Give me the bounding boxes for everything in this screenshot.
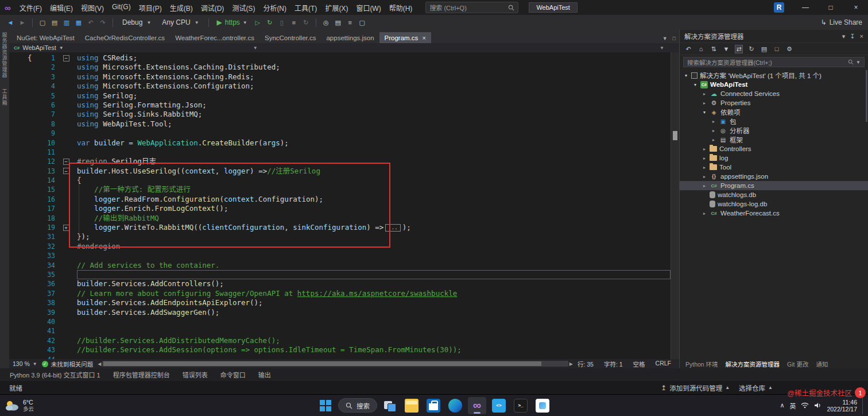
- restart-icon[interactable]: ↻: [301, 17, 311, 28]
- properties-icon[interactable]: ⚙: [785, 45, 793, 53]
- show-desktop-button[interactable]: [862, 397, 865, 414]
- collapse-region-icon[interactable]: −: [63, 159, 69, 165]
- tree-item-watchlogs-db[interactable]: ▸watchlogs.db: [680, 190, 868, 199]
- menu-item[interactable]: 工具(T): [290, 1, 321, 14]
- expand-icon[interactable]: ▸: [711, 119, 716, 124]
- taskbar-app-photos[interactable]: [533, 397, 552, 414]
- tree-item-frameworks[interactable]: ▸▤框架: [680, 135, 868, 144]
- expand-region-icon[interactable]: +: [63, 225, 69, 231]
- taskbar-app-edge[interactable]: [446, 397, 464, 414]
- open-file-icon[interactable]: ▤: [50, 17, 59, 28]
- code-line[interactable]: 16 logger.ReadFrom.Configuration(context…: [9, 195, 679, 204]
- tree-item-tool[interactable]: ▸Tool: [680, 163, 868, 172]
- menu-item[interactable]: Git(G): [108, 1, 135, 14]
- code-line[interactable]: 2using Microsoft.Extensions.Caching.Dist…: [9, 63, 679, 72]
- code-line[interactable]: 42//builder.Services.AddDistributedMemor…: [9, 336, 679, 345]
- scroll-left-icon[interactable]: ◀: [98, 361, 101, 367]
- code-line[interactable]: 31});: [9, 232, 679, 241]
- chevron-down-icon[interactable]: ▼: [856, 60, 861, 65]
- bookmark-icon[interactable]: ▢: [358, 17, 367, 28]
- taskbar-app-task-view[interactable]: [381, 397, 399, 414]
- tree-item-project-webapitest[interactable]: ▾C#WebApiTest: [680, 80, 868, 89]
- scrollbar-thumb[interactable]: [673, 131, 677, 140]
- taskbar-app-store[interactable]: [424, 397, 443, 414]
- new-project-icon[interactable]: ▢: [38, 17, 47, 28]
- ime-indicator[interactable]: 英: [789, 401, 796, 410]
- close-button[interactable]: ×: [844, 0, 868, 15]
- project-dropdown[interactable]: WebApiTest: [22, 44, 56, 51]
- collapse-all-icon[interactable]: ▤: [760, 45, 768, 53]
- type-dropdown[interactable]: ▼: [253, 45, 258, 51]
- expand-icon[interactable]: ▸: [711, 137, 716, 142]
- horizontal-scrollbar[interactable]: ◀ ▶: [98, 361, 573, 367]
- menu-item[interactable]: 生成(B): [166, 1, 197, 14]
- zoom-level-dropdown[interactable]: 130 % ▼: [13, 360, 37, 367]
- sidebar-tab[interactable]: 通知: [816, 360, 828, 368]
- tree-item-controllers[interactable]: ▸Controllers: [680, 144, 868, 153]
- code-line[interactable]: 37// Learn more about configuring Swagge…: [9, 289, 679, 298]
- r-extension-icon[interactable]: R: [774, 2, 784, 13]
- menu-item[interactable]: 测试(S): [228, 1, 259, 14]
- sidebar-tab[interactable]: Python 环境: [685, 360, 718, 368]
- tree-item-appsettings-json[interactable]: ▸{}appsettings.json: [680, 172, 868, 181]
- indent-mode-indicator[interactable]: 空格: [633, 360, 645, 368]
- code-line[interactable]: 34// Add services to the container.: [9, 261, 679, 270]
- code-line[interactable]: 11: [9, 148, 679, 157]
- break-all-icon[interactable]: ▯: [277, 17, 286, 28]
- code-line[interactable]: 14{: [9, 176, 679, 185]
- expand-icon[interactable]: ▸: [702, 165, 707, 170]
- scroll-right-icon[interactable]: ▶: [569, 361, 573, 367]
- side-panel-tab[interactable]: 工具箱: [1, 88, 9, 106]
- code-line[interactable]: 43//builder.Services.AddSession(options …: [9, 345, 679, 355]
- start-without-debugging-icon[interactable]: ▷: [253, 17, 262, 28]
- volume-icon[interactable]: [814, 402, 822, 409]
- taskbar-app-visual-studio[interactable]: ∞: [468, 397, 486, 414]
- navigate-back-icon[interactable]: ◄: [6, 17, 15, 28]
- code-line[interactable]: 6using Serilog.Formatting.Json;: [9, 101, 679, 110]
- maximize-button[interactable]: □: [819, 0, 843, 15]
- back-icon[interactable]: ↶: [684, 45, 692, 53]
- window-position-icon[interactable]: ▾: [842, 33, 846, 40]
- float-window-icon[interactable]: □: [673, 36, 676, 41]
- expand-icon[interactable]: ▸: [702, 156, 707, 161]
- editor-tab[interactable]: Program.cs×: [379, 32, 431, 43]
- taskbar-app-terminal[interactable]: >_: [512, 397, 530, 414]
- menu-item[interactable]: 视图(V): [77, 1, 108, 14]
- code-line[interactable]: 7using Serilog.Sinks.RabbitMQ;: [9, 110, 679, 119]
- feedback-solution-badge[interactable]: WebApiTest: [529, 2, 578, 13]
- undo-icon[interactable]: ↶: [86, 17, 95, 28]
- code-line[interactable]: 39builder.Services.AddSwaggerGen();: [9, 308, 679, 317]
- code-editor[interactable]: { 1−using CSRedis;2using Microsoft.Exten…: [9, 52, 679, 359]
- editor-tab[interactable]: CacheOrRedisController.cs: [80, 32, 170, 43]
- show-all-files-icon[interactable]: □: [773, 45, 781, 52]
- tree-item-packages[interactable]: ▸▣包: [680, 117, 868, 126]
- wifi-icon[interactable]: [801, 402, 809, 409]
- menu-item[interactable]: 窗口(W): [352, 1, 385, 14]
- select-repository-button[interactable]: 选择仓库 ▲: [739, 383, 773, 392]
- live-share-button[interactable]: ↳ Live Share: [821, 18, 862, 26]
- menu-item[interactable]: 文件(F): [16, 1, 46, 14]
- pin-icon[interactable]: ↧: [850, 33, 855, 40]
- refresh-icon[interactable]: ↻: [747, 45, 755, 53]
- switch-views-icon[interactable]: ⇅: [710, 45, 718, 53]
- code-line[interactable]: 18 //输出到RabbitMQ: [9, 214, 679, 223]
- code-health-indicator[interactable]: ✓ 未找到相关问题: [42, 360, 94, 368]
- tree-item-analyzers[interactable]: ▸◎分析器: [680, 126, 868, 135]
- code-line[interactable]: 40: [9, 317, 679, 326]
- code-line[interactable]: 44: [9, 355, 679, 360]
- code-line[interactable]: 32#endregion: [9, 242, 679, 251]
- expand-icon[interactable]: ▸: [702, 183, 707, 188]
- code-line[interactable]: 8using WebApiTest.Tool;: [9, 120, 679, 129]
- clock[interactable]: 11:46 2022/12/17: [827, 399, 857, 413]
- sidebar-scrollbar[interactable]: [866, 70, 867, 122]
- collapse-region-icon[interactable]: −: [63, 168, 69, 174]
- code-line[interactable]: 41: [9, 326, 679, 336]
- editor-tab[interactable]: SyncController.cs: [259, 32, 321, 43]
- comment-icon[interactable]: ▤: [334, 17, 343, 28]
- debug-configuration-dropdown[interactable]: Debug▼: [118, 18, 155, 27]
- menu-item[interactable]: 分析(N): [259, 1, 290, 14]
- expand-icon[interactable]: ▸: [711, 128, 716, 133]
- tree-item-log[interactable]: ▸log: [680, 153, 868, 163]
- start-debugging-button[interactable]: ▶ https ▼: [214, 18, 250, 26]
- weather-widget[interactable]: 6°C 多云: [5, 399, 34, 413]
